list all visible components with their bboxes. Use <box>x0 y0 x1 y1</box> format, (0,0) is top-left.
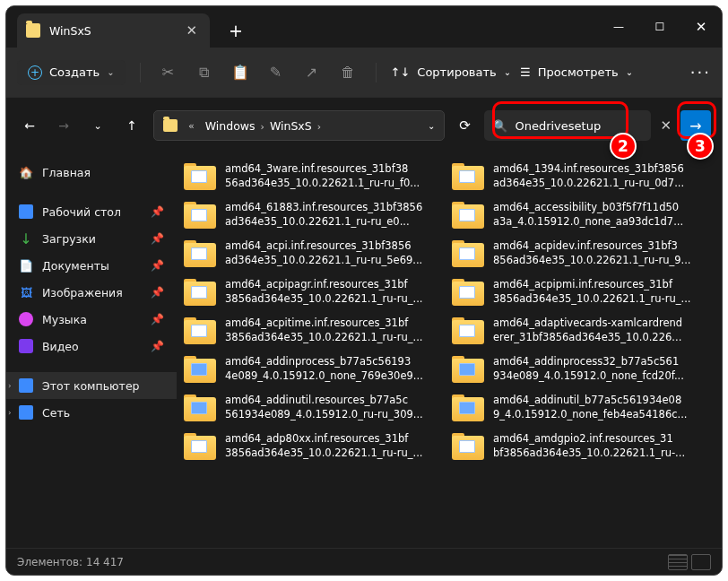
refresh-button[interactable]: ⟳ <box>454 117 475 134</box>
sidebar-item-label: Загрузки <box>42 232 96 246</box>
plus-circle-icon: + <box>28 65 42 80</box>
sidebar-item-images[interactable]: 🖼 Изображения 📌 <box>6 279 177 306</box>
create-label: Создать <box>49 65 100 79</box>
folder-item[interactable]: amd64_addinprocess32_b77a5c561934e089_4.… <box>445 350 713 388</box>
clear-search-button[interactable]: ✕ <box>660 117 672 134</box>
folder-label: amd64_acpi.inf.resources_31bf3856ad364e3… <box>225 239 422 267</box>
sidebar-item-label: Главная <box>42 166 91 179</box>
folder-item[interactable]: amd64_accessibility_b03f5f7f11d50a3a_4.0… <box>445 195 713 234</box>
minimize-button[interactable]: — <box>598 6 639 48</box>
folder-item[interactable]: amd64_acpipmi.inf.resources_31bf3856ad36… <box>445 273 713 311</box>
icons-view-button[interactable] <box>691 554 711 570</box>
folder-item[interactable]: amd64_acpidev.inf.resources_31bf3856ad36… <box>445 234 713 273</box>
tab-winsxs[interactable]: WinSxS ✕ <box>17 13 210 48</box>
folder-item[interactable]: amd64_acpitime.inf.resources_31bf3856ad3… <box>177 311 445 350</box>
network-icon <box>19 405 33 420</box>
sidebar-item-label: Музыка <box>42 313 87 326</box>
sidebar-item-music[interactable]: Музыка 📌 <box>6 306 177 333</box>
download-icon: ↓ <box>19 231 33 246</box>
chevron-down-icon[interactable]: ⌄ <box>85 120 110 132</box>
folder-label: amd64_addinprocess_b77a5c561934e089_4.0.… <box>225 355 423 383</box>
chevron-right-icon: › <box>8 381 12 390</box>
details-view-button[interactable] <box>668 554 688 570</box>
folder-item[interactable]: amd64_acpipagr.inf.resources_31bf3856ad3… <box>177 273 445 311</box>
sidebar-item-thispc[interactable]: › Этот компьютер <box>6 372 177 399</box>
folder-icon <box>184 317 216 344</box>
sort-icon: ↑↓ <box>391 65 411 79</box>
pin-icon: 📌 <box>151 313 164 325</box>
sidebar-item-home[interactable]: 🏠 Главная <box>6 159 177 186</box>
new-tab-button[interactable]: + <box>221 21 251 40</box>
folder-item[interactable]: amd64_addinutil_b77a5c561934e089_4.0.159… <box>445 388 713 427</box>
rename-icon[interactable]: ✎ <box>263 64 290 81</box>
sidebar-item-network[interactable]: › Сеть <box>6 399 177 426</box>
sort-label: Сортировать <box>417 65 496 79</box>
maximize-button[interactable]: ☐ <box>639 6 680 48</box>
folder-label: amd64_acpipmi.inf.resources_31bf3856ad36… <box>493 278 691 306</box>
folder-icon <box>184 433 216 460</box>
up-button[interactable]: ↑ <box>119 118 144 133</box>
pc-icon <box>19 378 33 393</box>
folder-item[interactable]: amd64_addinprocess_b77a5c561934e089_4.0.… <box>177 350 445 388</box>
folder-item[interactable]: amd64_adp80xx.inf.resources_31bf3856ad36… <box>177 427 445 465</box>
breadcrumb[interactable]: « Windows › WinSxS › ⌄ <box>153 110 445 141</box>
content-area: 🏠 Главная Рабочий стол 📌 ↓ Загрузки 📌 📄 … <box>6 153 722 548</box>
document-icon: 📄 <box>19 258 33 273</box>
folder-label: amd64_acpidev.inf.resources_31bf3856ad36… <box>493 239 691 267</box>
view-button[interactable]: ☰ Просмотреть ⌄ <box>520 65 633 79</box>
file-pane[interactable]: amd64_3ware.inf.resources_31bf3856ad364e… <box>177 153 722 548</box>
close-icon[interactable]: ✕ <box>186 22 197 39</box>
folder-label: amd64_addinutil_b77a5c561934e089_4.0.159… <box>493 394 688 421</box>
folder-icon <box>26 23 40 38</box>
sidebar-item-desktop[interactable]: Рабочий стол 📌 <box>6 198 177 225</box>
sort-button[interactable]: ↑↓ Сортировать ⌄ <box>391 65 512 79</box>
folder-item[interactable]: amd64_amdgpio2.inf.resources_31bf3856ad3… <box>445 427 713 465</box>
chevron-right-icon: › <box>8 408 12 417</box>
folder-item[interactable]: amd64_1394.inf.resources_31bf3856ad364e3… <box>445 157 713 195</box>
folder-label: amd64_3ware.inf.resources_31bf3856ad364e… <box>225 162 420 190</box>
sidebar-item-documents[interactable]: 📄 Документы 📌 <box>6 252 177 279</box>
sidebar-item-downloads[interactable]: ↓ Загрузки 📌 <box>6 225 177 252</box>
pin-icon: 📌 <box>151 286 164 299</box>
folder-icon <box>452 240 484 267</box>
view-mode-buttons <box>668 554 711 570</box>
back-button[interactable]: ← <box>17 118 42 133</box>
folder-item[interactable]: amd64_3ware.inf.resources_31bf3856ad364e… <box>177 157 445 195</box>
sidebar-item-label: Этот компьютер <box>42 379 140 393</box>
folder-label: amd64_acpitime.inf.resources_31bf3856ad3… <box>225 317 423 344</box>
forward-button[interactable]: → <box>51 118 76 133</box>
view-label: Просмотреть <box>538 65 619 79</box>
folder-item[interactable]: amd64_addinutil.resources_b77a5c561934e0… <box>177 388 445 427</box>
folder-label: amd64_adp80xx.inf.resources_31bf3856ad36… <box>225 432 423 460</box>
search-input[interactable] <box>515 119 667 133</box>
chevron-down-icon[interactable]: ⌄ <box>428 121 435 131</box>
close-window-button[interactable]: ✕ <box>680 6 722 48</box>
tab-title: WinSxS <box>49 24 177 38</box>
folder-label: amd64_addinprocess32_b77a5c561934e089_4.… <box>493 355 684 383</box>
delete-icon[interactable]: 🗑 <box>334 64 361 81</box>
cut-icon[interactable]: ✂ <box>155 64 182 81</box>
sidebar-item-label: Рабочий стол <box>42 205 121 219</box>
folder-icon <box>452 395 484 421</box>
folder-icon <box>184 202 216 229</box>
status-elements-label: Элементов: <box>17 556 82 568</box>
folder-label: amd64_accessibility_b03f5f7f11d50a3a_4.0… <box>493 201 683 229</box>
image-icon: 🖼 <box>19 285 33 299</box>
create-button[interactable]: + Создать ⌄ <box>17 60 126 85</box>
home-icon: 🏠 <box>19 165 33 179</box>
explorer-window: WinSxS ✕ + — ☐ ✕ + Создать ⌄ ✂ ⧉ 📋 ✎ ↗ 🗑… <box>5 5 723 576</box>
paste-icon[interactable]: 📋 <box>227 64 254 81</box>
share-icon[interactable]: ↗ <box>299 64 325 81</box>
titlebar: WinSxS ✕ + — ☐ ✕ <box>6 6 722 48</box>
folder-item[interactable]: amd64_61883.inf.resources_31bf3856ad364e… <box>177 195 445 234</box>
sidebar-item-video[interactable]: Видео 📌 <box>6 333 177 360</box>
folder-item[interactable]: amd64_adaptivecards-xamlcardrenderer_31b… <box>445 311 713 350</box>
sidebar: 🏠 Главная Рабочий стол 📌 ↓ Загрузки 📌 📄 … <box>6 153 177 548</box>
view-icon: ☰ <box>520 65 531 79</box>
folder-item[interactable]: amd64_acpi.inf.resources_31bf3856ad364e3… <box>177 234 445 273</box>
pin-icon: 📌 <box>151 340 164 352</box>
more-button[interactable]: ··· <box>690 63 711 82</box>
status-bar: Элементов: 14 417 <box>6 548 722 575</box>
copy-icon[interactable]: ⧉ <box>191 64 218 81</box>
status-count: 14 417 <box>86 556 124 568</box>
